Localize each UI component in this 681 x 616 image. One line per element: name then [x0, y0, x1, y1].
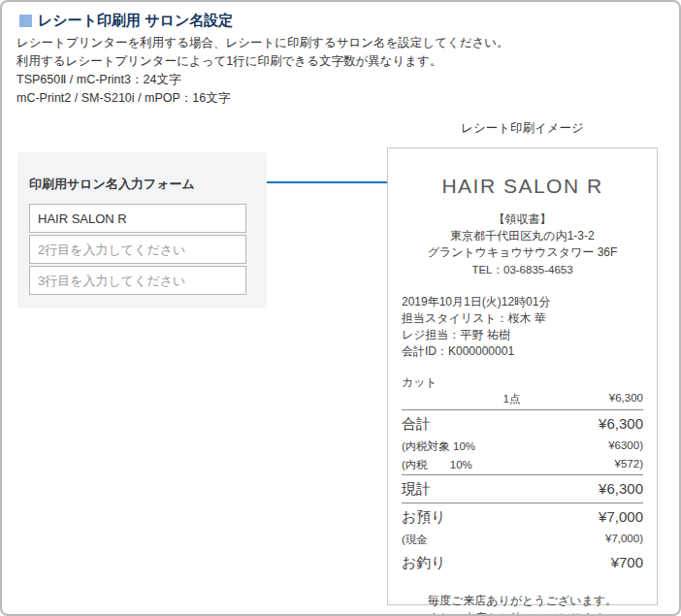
receipt-tax-label: (内税 10%: [402, 458, 472, 472]
salon-name-line2-input[interactable]: [29, 235, 246, 264]
salon-name-line3-input[interactable]: [29, 266, 246, 295]
receipt-info-block: 2019年10月1日(火)12時01分 担当スタイリスト：桜木 華 レジ担当：平…: [402, 294, 643, 360]
salon-name-line1-input[interactable]: [29, 204, 246, 233]
receipt-item-qty: 1点: [503, 392, 521, 406]
receipt-items-block: カット 1点 ¥6,300 合計 ¥6,300 (内税対象 10% ¥6300)…: [402, 374, 643, 576]
receipt-total-row: 合計 ¥6,300: [402, 410, 643, 438]
receipt-datetime: 2019年10月1日(火)12時01分: [402, 294, 643, 310]
receipt-cash-row: (現金 ¥7,000): [402, 531, 643, 549]
salon-name-form-panel: 印刷用サロン名入力フォーム: [17, 152, 267, 308]
description-line: 利用するレシートプリンターによって1行に印刷できる文字数が異なります。: [16, 52, 509, 71]
receipt-tel: TEL：03-6835-4653: [402, 263, 643, 277]
receipt-net-total-row: 現計 ¥6,300: [402, 474, 643, 503]
receipt-tax-row: (内税 10% ¥572): [402, 456, 643, 474]
receipt-preview: HAIR SALON R 【領収書】 東京都千代田区丸の内1-3-2 グラントウ…: [387, 147, 658, 605]
form-title: 印刷用サロン名入力フォーム: [29, 176, 255, 193]
settings-page: レシート印刷用 サロン名設定 レシートプリンターを利用する場合、レシートに印刷す…: [0, 0, 681, 616]
receipt-account-id: 会計ID：K000000001: [402, 343, 643, 360]
receipt-salon-name: HAIR SALON R: [402, 175, 643, 198]
receipt-stylist: 担当スタイリスト：桜木 華: [402, 310, 643, 327]
receipt-item-price: ¥6,300: [609, 392, 643, 406]
receipt-footer: 毎度ご来店ありがとうございます。 またの来店をお待ちしております。: [402, 592, 643, 616]
description-line: レシートプリンターを利用する場合、レシートに印刷するサロン名を設定してください。: [16, 34, 509, 52]
receipt-net-total-label: 現計: [402, 480, 431, 499]
receipt-preview-label: レシート印刷イメージ: [387, 120, 658, 137]
receipt-deposit-label: お預り: [402, 508, 446, 527]
receipt-deposit-value: ¥7,000: [599, 508, 643, 527]
receipt-change-value: ¥700: [611, 554, 643, 572]
receipt-tax-target-row: (内税対象 10% ¥6300): [402, 438, 643, 456]
receipt-cash-value: ¥7,000): [605, 533, 643, 547]
title-square-icon: [19, 15, 32, 27]
receipt-change-label: お釣り: [402, 554, 446, 572]
receipt-item-row: 1点 ¥6,300: [402, 392, 643, 410]
receipt-tax-value: ¥572): [615, 458, 643, 472]
receipt-deposit-row: お預り ¥7,000: [402, 503, 643, 531]
description-line: mC-Print2 / SM-S210i / mPOP：16文字: [16, 89, 509, 108]
receipt-doc-type: 【領収書】: [402, 211, 643, 228]
receipt-tax-target-value: ¥6300): [608, 439, 643, 454]
receipt-change-row: お釣り ¥700: [402, 549, 643, 576]
receipt-item-name: カット: [402, 374, 643, 391]
receipt-footer-line2: またの来店をお待ちしております。: [402, 609, 643, 616]
receipt-address-line2: グラントウキョウサウスタワー 36F: [402, 244, 643, 261]
page-title-text: レシート印刷用 サロン名設定: [38, 12, 233, 30]
receipt-footer-line1: 毎度ご来店ありがとうございます。: [402, 592, 643, 609]
receipt-address-line1: 東京都千代田区丸の内1-3-2: [402, 228, 643, 244]
receipt-net-total-value: ¥6,300: [599, 480, 643, 499]
receipt-cashier: レジ担当：平野 祐樹: [402, 327, 643, 343]
receipt-total-label: 合計: [402, 415, 431, 434]
connector-line: [267, 181, 400, 183]
receipt-tax-target-label: (内税対象 10%: [402, 439, 475, 454]
page-title: レシート印刷用 サロン名設定: [19, 12, 233, 30]
description-line: TSP650Ⅱ / mC-Print3：24文字: [16, 71, 509, 89]
page-description: レシートプリンターを利用する場合、レシートに印刷するサロン名を設定してください。…: [16, 34, 509, 108]
receipt-cash-label: (現金: [402, 533, 428, 547]
receipt-total-value: ¥6,300: [599, 415, 643, 434]
